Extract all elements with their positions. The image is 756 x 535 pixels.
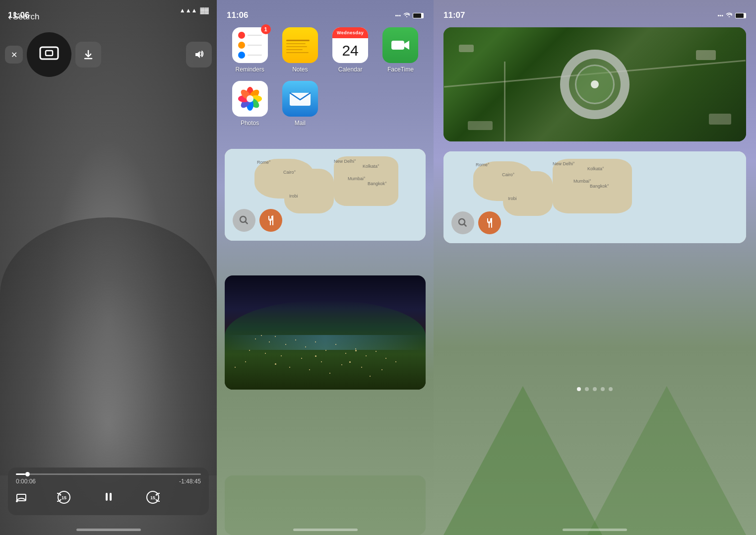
volume-icon (193, 49, 204, 60)
svg-text:15: 15 (62, 495, 66, 500)
app-grid: 1 Reminders Notes Wednesday (227, 27, 424, 127)
dot-line-blue (248, 55, 262, 56)
page-dots (434, 387, 756, 391)
facetime-icon (382, 27, 418, 63)
page-dot-1[interactable] (577, 387, 581, 391)
app-item-photos[interactable]: Photos (227, 81, 273, 127)
pause-button[interactable] (102, 490, 116, 507)
forward-icon: 15 (146, 490, 160, 504)
app-item-notes[interactable]: Notes (277, 27, 323, 73)
volume-button[interactable] (186, 42, 212, 67)
aerial-widget[interactable] (443, 27, 746, 141)
battery-icon: ▓▓ (200, 7, 209, 14)
panel3-dots-icon: ••• (717, 12, 723, 18)
svg-text:15: 15 (150, 495, 155, 500)
home-indicator-2 (293, 529, 358, 531)
panel1-status-bar: 11:06 ‹ Search ▲▲▲ ▓▓ (0, 0, 217, 25)
reminder-dot-orange (238, 42, 262, 49)
search-map3-icon (457, 217, 468, 228)
city-dots-layer (225, 275, 426, 390)
svg-rect-10 (391, 41, 404, 50)
close-button[interactable]: ✕ (5, 46, 23, 64)
download-icon (83, 49, 94, 60)
panel3-time: 11:07 (443, 10, 465, 20)
bottom-widget-area (225, 475, 426, 535)
time-row: 0:00:06 -1:48:45 (16, 478, 201, 485)
panel2-status-bar: 11:06 ••• (217, 0, 434, 25)
ring-center-dot (591, 80, 599, 88)
notes-icon (282, 27, 318, 63)
map-food-button[interactable] (259, 209, 282, 232)
search-map-icon (239, 215, 250, 226)
green-triangle-right (587, 386, 746, 535)
forward-button[interactable]: 15 (146, 490, 160, 507)
kolkata-label: Kolkata° (363, 164, 379, 169)
calendar-icon: Wednesday 24 (332, 27, 368, 63)
kolkata-label3: Kolkata° (587, 166, 604, 171)
ring-building (560, 50, 630, 119)
panel3-wifi-icon (725, 12, 733, 18)
home-indicator (76, 529, 141, 531)
home-indicator-3 (563, 529, 627, 531)
page-dot-3[interactable] (593, 387, 597, 391)
panel2-home-screen: 11:06 ••• (217, 0, 434, 535)
earth-background (225, 275, 426, 390)
map3-food-button[interactable] (478, 211, 501, 234)
app-item-reminders[interactable]: 1 Reminders (227, 27, 273, 73)
svg-rect-7 (110, 493, 112, 501)
mumbai-label3: Mumbai° (573, 179, 591, 184)
rewind-icon: 15 (57, 490, 71, 504)
aerial-background (443, 27, 746, 141)
rewind-button[interactable]: 15 (57, 490, 71, 507)
map3-search-button[interactable] (451, 211, 474, 234)
app-item-mail[interactable]: Mail (277, 81, 323, 127)
mumbai-label: Mumbai° (348, 176, 366, 181)
bottom-triangle-area (434, 327, 756, 535)
map-buttons (233, 209, 282, 232)
svg-point-3 (16, 500, 18, 502)
page-dot-2[interactable] (585, 387, 589, 391)
time-remaining: -1:48:45 (179, 478, 201, 485)
building-1 (459, 45, 474, 52)
svg-rect-2 (17, 494, 26, 501)
dot-blue (238, 52, 245, 59)
search-back[interactable]: ‹ Search (8, 11, 40, 22)
facetime-label: FaceTime (387, 66, 414, 73)
earth-widget[interactable] (225, 275, 426, 390)
panel3-battery-icon (735, 13, 746, 18)
close-icon: ✕ (11, 50, 17, 60)
player-controls: 15 15 (16, 490, 201, 507)
airplay-button[interactable] (27, 32, 71, 77)
pause-icon (102, 490, 116, 504)
download-button[interactable] (75, 42, 101, 67)
africa-land3 (503, 171, 553, 216)
page-dot-4[interactable] (601, 387, 605, 391)
battery-icon (413, 13, 424, 18)
dot-orange (238, 42, 245, 49)
wifi-icon: ▲▲▲ (180, 7, 197, 14)
building-4 (709, 114, 731, 125)
player-bar: 0:00:06 -1:48:45 15 (8, 468, 209, 515)
cast-button[interactable] (16, 492, 27, 505)
maps-widget3[interactable]: Rome° Cairo° New Delhi° Kolkata° Mumbai°… (443, 151, 746, 243)
progress-track[interactable] (16, 473, 201, 475)
page-dot-5[interactable] (609, 387, 613, 391)
airplay-icon (39, 46, 60, 64)
panel3-status-bar: 11:07 ••• (434, 0, 756, 25)
reminders-label: Reminders (236, 66, 264, 73)
map-search-button[interactable] (233, 209, 255, 232)
dot-line-red (248, 35, 262, 36)
rome-label3: Rome° (476, 162, 490, 167)
panel2-time: 11:06 (227, 10, 248, 20)
photos-flower-icon (237, 86, 263, 112)
irobi-label3: Irobi (508, 196, 517, 201)
reminder-dot-blue (238, 52, 262, 59)
mail-envelope-icon (289, 91, 312, 107)
app-item-facetime[interactable]: FaceTime (378, 27, 424, 73)
facetime-camera-icon (390, 38, 410, 53)
maps-widget[interactable]: Rome° Cairo° New Delhi° Kolkata° Mumbai°… (225, 149, 426, 241)
dots-icon: ••• (395, 12, 401, 18)
panel1-video-player: 11:06 ‹ Search ▲▲▲ ▓▓ ✕ (0, 0, 217, 535)
irobi-label: Irobi (289, 194, 298, 199)
app-item-calendar[interactable]: Wednesday 24 Calendar (327, 27, 374, 73)
